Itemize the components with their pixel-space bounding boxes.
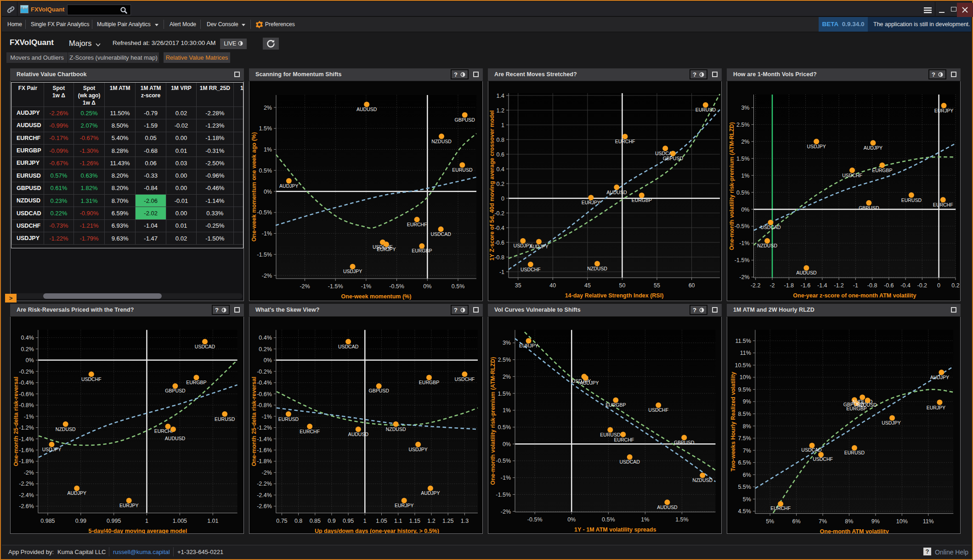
- svg-text:8%: 8%: [845, 518, 853, 525]
- svg-text:EURJPY: EURJPY: [395, 503, 413, 508]
- svg-text:-0.6%: -0.6%: [257, 391, 272, 398]
- svg-text:5%: 5%: [766, 518, 774, 525]
- svg-text:-1.2: -1.2: [834, 282, 844, 289]
- svg-text:1: 1: [363, 518, 367, 524]
- svg-text:1.005: 1.005: [173, 518, 187, 524]
- svg-text:-2%: -2%: [739, 274, 749, 280]
- svg-text:0.995: 0.995: [107, 518, 121, 524]
- svg-text:USDJPY: USDJPY: [807, 144, 826, 149]
- svg-text:AUDJPY: AUDJPY: [864, 145, 882, 151]
- svg-text:-0.8%: -0.8%: [257, 402, 272, 409]
- svg-text:-1%: -1%: [24, 414, 34, 420]
- svg-text:-0.5%: -0.5%: [735, 223, 750, 230]
- svg-text:AUDJPY: AUDJPY: [421, 490, 440, 496]
- svg-text:0.5%: 0.5%: [498, 424, 511, 431]
- svg-text:USDCHF: USDCHF: [455, 376, 475, 382]
- svg-text:1.15: 1.15: [409, 518, 420, 524]
- svg-text:AUDJPY: AUDJPY: [529, 244, 548, 249]
- svg-text:11.5%: 11.5%: [735, 338, 751, 344]
- svg-text:-0.2: -0.2: [494, 210, 504, 217]
- svg-text:0%: 0%: [567, 516, 576, 523]
- svg-text:-2%: -2%: [262, 470, 272, 476]
- svg-text:1.3: 1.3: [461, 518, 469, 524]
- svg-text:EURGBP: EURGBP: [632, 197, 652, 203]
- svg-text:EURGBP: EURGBP: [872, 168, 892, 173]
- svg-text:USDCHF: USDCHF: [520, 267, 541, 272]
- svg-text:0.2%: 0.2%: [259, 346, 272, 353]
- svg-text:NZDUSD: NZDUSD: [56, 426, 76, 432]
- svg-text:5.5%: 5.5%: [738, 484, 751, 490]
- svg-text:35: 35: [515, 282, 521, 289]
- svg-text:USDCHF: USDCHF: [81, 376, 102, 382]
- svg-text:EURUSD: EURUSD: [452, 167, 473, 173]
- svg-text:1Y - 1M ATM volatility spreads: 1Y - 1M ATM volatility spreads: [574, 526, 656, 533]
- svg-text:AUDJPY: AUDJPY: [930, 375, 949, 380]
- svg-text:2%: 2%: [741, 139, 749, 145]
- svg-text:45: 45: [584, 282, 591, 289]
- svg-text:1.5%: 1.5%: [736, 156, 750, 162]
- svg-text:-0.2%: -0.2%: [257, 369, 272, 375]
- svg-text:1.5%: 1.5%: [675, 516, 689, 523]
- svg-text:3%: 3%: [741, 105, 749, 111]
- svg-text:-2%: -2%: [501, 509, 511, 515]
- svg-text:AUDUSD: AUDUSD: [356, 106, 377, 112]
- svg-text:-2.6%: -2.6%: [19, 503, 34, 510]
- svg-text:EURJPY: EURJPY: [119, 503, 138, 508]
- svg-text:EURGBP: EURGBP: [412, 248, 432, 253]
- svg-text:6%: 6%: [792, 518, 801, 525]
- svg-text:NZDUSD: NZDUSD: [857, 402, 877, 408]
- svg-text:Up days/down days (one-year hi: Up days/down days (one-year history, > 0…: [315, 528, 439, 533]
- svg-text:USDCHF: USDCHF: [648, 407, 668, 413]
- svg-text:NZDUSD: NZDUSD: [587, 266, 607, 271]
- svg-text:9%: 9%: [871, 518, 880, 525]
- svg-text:11%: 11%: [740, 350, 751, 356]
- svg-text:-1.6%: -1.6%: [257, 447, 272, 454]
- svg-text:-1: -1: [499, 269, 504, 275]
- svg-text:NZDUSD: NZDUSD: [386, 426, 406, 432]
- svg-text:-0.6: -0.6: [884, 282, 894, 289]
- svg-text:0: 0: [501, 196, 504, 202]
- svg-text:AUDUSD: AUDUSD: [348, 431, 369, 437]
- svg-text:NZDUSD: NZDUSD: [431, 139, 452, 144]
- svg-text:-0.6%: -0.6%: [19, 391, 34, 398]
- svg-text:EURJPY: EURJPY: [519, 343, 538, 348]
- svg-text:EURGBP: EURGBP: [186, 380, 206, 385]
- svg-text:1.5%: 1.5%: [498, 391, 511, 397]
- svg-text:-1%: -1%: [361, 283, 371, 290]
- svg-text:8%: 8%: [743, 423, 751, 430]
- svg-text:GBPUSD: GBPUSD: [165, 388, 186, 393]
- svg-text:-2.6%: -2.6%: [257, 503, 272, 510]
- svg-text:EURCHF: EURCHF: [770, 505, 791, 511]
- svg-text:1%: 1%: [503, 407, 511, 414]
- svg-text:5-day/40-day moving average mo: 5-day/40-day moving average model: [88, 528, 187, 533]
- svg-text:One-week momentum one week ago: One-week momentum one week ago (%): [251, 132, 257, 241]
- svg-text:0.85: 0.85: [310, 518, 321, 524]
- svg-text:-0.5%: -0.5%: [496, 458, 511, 464]
- svg-text:EURUSD: EURUSD: [696, 107, 716, 112]
- svg-text:1.4: 1.4: [497, 93, 504, 99]
- svg-text:14-day Relative Strength Index: 14-day Relative Strength Index (RSI): [565, 292, 664, 299]
- svg-text:USDJPY: USDJPY: [343, 269, 362, 274]
- svg-text:-0.5%: -0.5%: [527, 516, 543, 523]
- svg-text:0.5%: 0.5%: [259, 168, 272, 174]
- svg-text:7.5%: 7.5%: [738, 435, 751, 442]
- svg-text:8.5%: 8.5%: [738, 411, 751, 417]
- svg-text:EURCHF: EURCHF: [614, 437, 634, 442]
- svg-text:-1.2%: -1.2%: [257, 425, 272, 431]
- svg-text:USDCAD: USDCAD: [338, 344, 359, 349]
- svg-text:0%: 0%: [26, 357, 34, 364]
- svg-text:EURJPY: EURJPY: [934, 108, 953, 113]
- svg-text:-0.2%: -0.2%: [19, 369, 34, 375]
- svg-text:10.5%: 10.5%: [735, 362, 751, 369]
- svg-text:-1.2%: -1.2%: [19, 425, 34, 431]
- svg-text:USDJPY: USDJPY: [408, 447, 427, 452]
- svg-text:-1.4%: -1.4%: [19, 436, 34, 442]
- svg-text:-1%: -1%: [262, 230, 272, 237]
- svg-text:9%: 9%: [743, 398, 751, 405]
- svg-text:USDJPY: USDJPY: [42, 447, 61, 452]
- svg-text:0.95: 0.95: [343, 518, 354, 524]
- svg-text:0.8: 0.8: [294, 518, 302, 524]
- svg-text:1%: 1%: [741, 173, 749, 179]
- svg-text:One-month volatility risk-prem: One-month volatility risk-premium (ATM-R…: [490, 357, 496, 485]
- svg-text:0%: 0%: [503, 441, 511, 448]
